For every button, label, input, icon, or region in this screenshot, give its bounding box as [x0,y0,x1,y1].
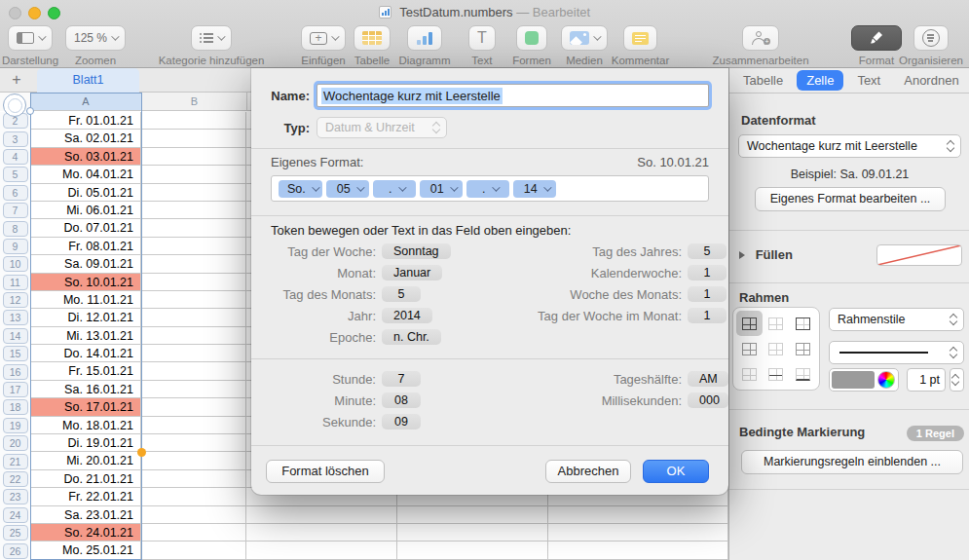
cell-date[interactable]: Mi. 06.01.21 [30,202,141,219]
cell-empty[interactable] [141,452,246,469]
edit-custom-format-button[interactable]: Eigenes Format bearbeiten ... [755,187,946,211]
cell-date[interactable]: Sa. 02.01.21 [30,130,141,147]
show-highlighting-rules-button[interactable]: Markierungsregeln einblenden ... [741,450,963,474]
cell-date[interactable]: Sa. 23.01.21 [30,506,141,524]
row-number[interactable]: 6 [0,184,30,202]
cell-empty[interactable] [141,112,246,130]
ok-button[interactable]: OK [643,460,709,483]
select-all-handle[interactable] [3,93,26,117]
cell-date[interactable]: Mo. 25.01.21 [30,541,141,559]
type-select[interactable]: Datum & Uhrzeit [317,117,447,138]
row-number[interactable]: 8 [0,219,30,237]
token-pill[interactable]: 000 [688,392,728,408]
row-number[interactable]: 3 [0,130,30,147]
fill-disclosure[interactable]: Füllen [739,247,793,262]
row-number[interactable]: 9 [0,238,30,255]
cell-empty[interactable] [548,541,728,559]
format-token-bar[interactable]: So. 05 . 01 . 14 [271,175,709,202]
cell-empty[interactable] [141,362,246,380]
row-number[interactable]: 12 [0,291,30,309]
row-number[interactable]: 21 [0,452,30,469]
color-wheel-icon[interactable] [877,371,895,389]
row-number[interactable]: 4 [0,148,30,166]
cell-empty[interactable] [141,238,246,255]
cell-date[interactable]: Do. 14.01.21 [30,345,141,362]
row-number[interactable]: 14 [0,327,30,345]
tab-tabelle[interactable]: Tabelle [733,70,793,91]
line-style-select[interactable] [829,341,964,364]
cell-date[interactable]: Mo. 04.01.21 [30,166,141,183]
cell-date[interactable]: Fr. 15.01.21 [30,362,141,380]
border-top-button[interactable] [736,361,763,387]
cell-date[interactable]: So. 03.01.21 [30,148,141,166]
cancel-button[interactable]: Abbrechen [545,460,631,483]
format-token[interactable]: So. [279,180,322,198]
cell-date[interactable]: So. 10.01.21 [30,274,141,291]
token-pill[interactable]: 1 [688,265,727,280]
border-inner-button[interactable] [763,311,789,336]
cell-empty[interactable] [141,524,246,541]
cell-empty[interactable] [141,184,246,202]
comment-button[interactable] [623,25,657,51]
row-number[interactable]: 25 [0,524,30,541]
cell-empty[interactable] [141,381,246,398]
row-number[interactable]: 19 [0,417,30,434]
tab-anordnen[interactable]: Anordnen [894,70,968,91]
cell-empty[interactable] [397,506,548,524]
cell-empty[interactable] [141,255,246,273]
token-pill[interactable]: 09 [382,414,421,429]
row-number[interactable]: 5 [0,166,30,183]
format-token[interactable]: . [466,180,509,198]
token-pill[interactable]: Januar [382,265,442,280]
border-width-stepper[interactable] [950,368,964,392]
chart-button[interactable] [407,25,442,51]
dataformat-select[interactable]: Wochentage kurz mit Leerstelle [738,134,961,158]
border-outer-button[interactable] [790,311,816,336]
token-pill[interactable]: AM [688,371,728,387]
border-vertical-button[interactable] [763,336,789,361]
cell-empty[interactable] [141,345,246,362]
cell-date[interactable]: So. 17.01.21 [30,398,141,416]
cell-empty[interactable] [246,506,397,524]
cell-empty[interactable] [141,417,246,434]
row-number[interactable]: 26 [0,541,30,559]
zoom-button[interactable]: 125 % [65,25,126,51]
token-pill[interactable]: 1 [688,308,727,323]
format-token[interactable]: 05 [326,180,369,198]
format-button[interactable] [851,25,902,51]
cell-empty[interactable] [141,202,246,219]
insert-button[interactable]: + [301,25,346,51]
cell-empty[interactable] [246,524,397,541]
cell-empty[interactable] [141,327,246,345]
token-pill[interactable]: 08 [382,392,421,408]
format-token[interactable]: 14 [513,180,556,198]
cell-date[interactable]: Di. 12.01.21 [30,309,141,326]
add-sheet-button[interactable]: + [6,70,27,90]
row-number[interactable]: 11 [0,274,30,291]
selection-dot-handle[interactable] [137,448,146,457]
cell-empty[interactable] [548,524,728,541]
border-right-button[interactable] [790,336,816,361]
border-bottom-button[interactable] [790,361,816,387]
cell-empty[interactable] [141,506,246,524]
token-pill[interactable]: Sonntag [382,243,451,259]
cell-empty[interactable] [141,130,246,147]
sheet-tab-blatt1[interactable]: Blatt1 [37,68,139,93]
cell-date[interactable]: Mo. 18.01.21 [30,417,141,434]
collaborate-button[interactable]: + [742,25,779,51]
border-left-button[interactable] [736,336,763,361]
row-number[interactable]: 17 [0,381,30,398]
row-number[interactable]: 10 [0,255,30,273]
row-number[interactable]: 16 [0,362,30,380]
token-pill[interactable]: 2014 [382,308,432,323]
token-pill[interactable]: 1 [688,286,727,302]
token-pill[interactable]: 5 [382,286,421,302]
cell-empty[interactable] [141,309,246,326]
format-token[interactable]: 01 [420,180,463,198]
border-styles-select[interactable]: Rahmenstile [829,308,964,331]
cell-date[interactable]: Do. 21.01.21 [30,470,141,488]
delete-format-button[interactable]: Format löschen [266,460,385,483]
cell-empty[interactable] [397,524,548,541]
add-category-button[interactable] [191,25,232,51]
fill-color-well[interactable] [876,244,962,266]
